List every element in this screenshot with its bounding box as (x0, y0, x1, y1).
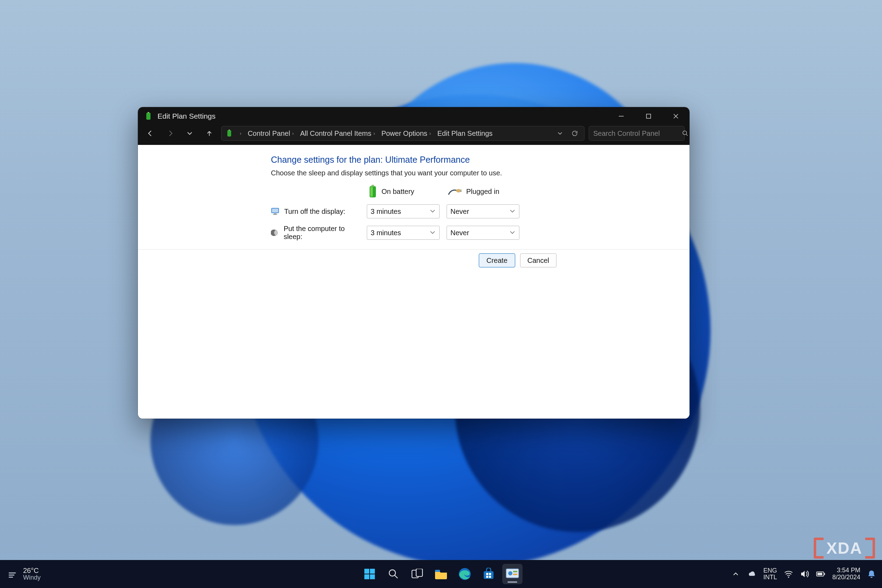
nav-toolbar: › Control Panel› All Control Panel Items… (138, 125, 690, 145)
svg-point-32 (508, 571, 512, 575)
window-title: Edit Plan Settings (158, 112, 216, 120)
svg-rect-26 (484, 571, 494, 579)
page-subheading: Choose the sleep and display settings th… (271, 169, 690, 177)
store-button[interactable] (478, 564, 499, 584)
svg-rect-30 (489, 576, 491, 578)
control-panel-window: Edit Plan Settings › Cont (138, 107, 690, 418)
svg-rect-2 (646, 114, 651, 118)
svg-point-21 (389, 570, 396, 576)
svg-rect-3 (228, 130, 231, 136)
forward-button[interactable] (162, 126, 178, 141)
svg-rect-29 (486, 576, 488, 578)
breadcrumb-segment[interactable]: All Control Panel Items› (298, 126, 380, 140)
close-button[interactable] (662, 107, 690, 125)
battery-tray-icon[interactable] (816, 570, 825, 579)
svg-rect-15 (273, 214, 277, 215)
taskbar-search[interactable] (383, 564, 404, 584)
svg-rect-34 (513, 574, 517, 575)
svg-rect-4 (228, 129, 230, 130)
svg-rect-20 (370, 574, 375, 579)
weather-desc: Windy (23, 574, 40, 581)
taskbar-tray: ENG INTL 3:54 PM 8/20/2024 (731, 567, 882, 581)
cancel-button[interactable]: Cancel (520, 254, 556, 267)
up-button[interactable] (202, 126, 217, 141)
address-dropdown-icon[interactable] (553, 126, 567, 141)
svg-point-35 (788, 576, 789, 578)
xda-watermark: XDA (814, 538, 875, 559)
minimize-button[interactable] (608, 107, 635, 125)
svg-rect-14 (274, 213, 276, 214)
row-label-sleep: Put the computer to sleep: (271, 225, 360, 241)
taskbar-center (360, 564, 522, 584)
edge-button[interactable] (454, 564, 475, 584)
recent-locations-button[interactable] (182, 126, 197, 141)
onedrive-icon[interactable] (747, 570, 756, 579)
titlebar[interactable]: Edit Plan Settings (138, 107, 690, 125)
create-button[interactable]: Create (479, 254, 515, 267)
svg-rect-38 (817, 573, 822, 575)
breadcrumb-segment[interactable]: Control Panel› (246, 126, 298, 140)
svg-rect-24 (435, 570, 440, 572)
maximize-button[interactable] (635, 107, 662, 125)
svg-point-9 (456, 189, 461, 192)
sleep-plugged-select[interactable]: Never (447, 226, 519, 240)
display-off-battery-select[interactable]: 3 minutes (367, 204, 440, 218)
refresh-button[interactable] (567, 126, 582, 141)
svg-rect-17 (364, 569, 369, 574)
tray-overflow-button[interactable] (731, 570, 740, 579)
svg-rect-0 (146, 113, 150, 120)
wifi-icon[interactable] (784, 570, 793, 579)
svg-point-5 (683, 131, 687, 135)
svg-rect-7 (370, 187, 373, 197)
search-icon (682, 130, 689, 137)
svg-rect-18 (370, 569, 375, 574)
row-label-display: Turn off the display: (271, 207, 360, 216)
column-header-battery: On battery (367, 185, 440, 198)
task-view-button[interactable] (407, 564, 428, 584)
svg-rect-27 (486, 573, 488, 575)
svg-rect-23 (416, 569, 423, 576)
svg-rect-13 (272, 208, 278, 213)
power-options-icon (225, 129, 234, 138)
breadcrumb-segment[interactable]: Edit Plan Settings (435, 126, 495, 140)
svg-rect-37 (824, 573, 825, 575)
weather-temp: 26°C (23, 567, 40, 574)
battery-icon (368, 185, 377, 198)
moon-icon (271, 228, 279, 237)
sleep-battery-select[interactable]: 3 minutes (367, 226, 440, 240)
taskbar-clock[interactable]: 3:54 PM 8/20/2024 (832, 567, 860, 581)
content-area: Change settings for the plan: Ultimate P… (138, 145, 690, 418)
file-explorer-button[interactable] (431, 564, 451, 584)
page-heading: Change settings for the plan: Ultimate P… (271, 155, 690, 165)
monitor-icon (271, 207, 279, 216)
svg-rect-10 (460, 190, 462, 190)
taskbar: 26°C Windy (0, 560, 882, 588)
language-indicator[interactable]: ENG INTL (764, 567, 777, 580)
weather-icon (8, 570, 18, 578)
address-bar[interactable]: › Control Panel› All Control Panel Items… (221, 126, 585, 141)
volume-icon[interactable] (800, 570, 809, 579)
display-off-plugged-select[interactable]: Never (447, 204, 519, 218)
control-panel-taskbar-button[interactable] (502, 564, 522, 584)
svg-rect-33 (513, 571, 517, 572)
start-button[interactable] (360, 564, 380, 584)
svg-rect-28 (489, 573, 491, 575)
taskbar-weather[interactable]: 26°C Windy (0, 567, 40, 581)
svg-rect-1 (148, 112, 149, 113)
column-header-plugged: Plugged in (447, 187, 519, 196)
svg-rect-11 (460, 191, 462, 192)
plug-icon (448, 187, 462, 196)
svg-rect-19 (364, 574, 369, 579)
svg-rect-8 (371, 185, 374, 186)
notifications-button[interactable] (867, 570, 876, 578)
search-box[interactable] (589, 126, 685, 141)
back-button[interactable] (143, 126, 158, 141)
power-options-icon (144, 112, 153, 120)
breadcrumb-segment[interactable]: Power Options› (380, 126, 435, 140)
search-input[interactable] (593, 129, 682, 138)
